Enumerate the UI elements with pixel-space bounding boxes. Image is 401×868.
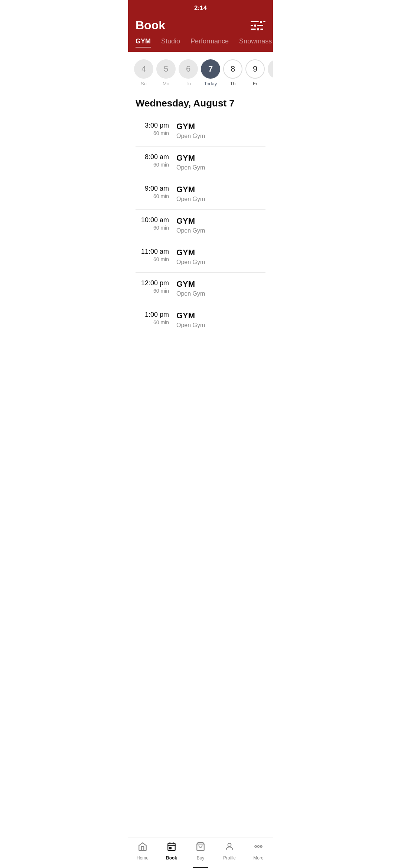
status-time: 2:14 xyxy=(194,4,207,12)
class-info-5: GYM Open Gym xyxy=(176,279,265,297)
more-icon xyxy=(254,842,263,854)
date-circle-7: 7 xyxy=(201,59,220,79)
category-tabs: GYM Studio Performance Snowmass xyxy=(128,32,273,52)
list-item[interactable]: 3:00 pm 60 min GYM Open Gym xyxy=(136,115,265,147)
class-info-1: GYM Open Gym xyxy=(176,153,265,171)
date-circle-4: 4 xyxy=(134,59,153,79)
date-item-sa[interactable]: 10 Sa xyxy=(268,59,273,86)
list-item[interactable]: 12:00 pm 60 min GYM Open Gym xyxy=(136,273,265,304)
date-selector: 4 Su 5 Mo 6 Tu 7 Today 8 Th 9 Fr 10 Sa xyxy=(128,52,273,90)
date-circle-10: 10 xyxy=(268,59,273,79)
date-label-tu: Tu xyxy=(186,81,191,86)
tab-performance[interactable]: Performance xyxy=(190,37,229,47)
nav-label-buy: Buy xyxy=(197,855,205,861)
list-item[interactable]: 9:00 am 60 min GYM Open Gym xyxy=(136,178,265,210)
nav-label-profile: Profile xyxy=(223,855,236,861)
date-item-mo[interactable]: 5 Mo xyxy=(156,59,176,86)
date-label-th: Th xyxy=(230,81,235,86)
date-item-fr[interactable]: 9 Fr xyxy=(245,59,265,86)
tab-snowmass[interactable]: Snowmass xyxy=(239,37,272,47)
date-item-tu[interactable]: 6 Tu xyxy=(179,59,198,86)
class-info-6: GYM Open Gym xyxy=(176,311,265,329)
tab-gym[interactable]: GYM xyxy=(136,37,151,47)
main-content: Wednesday, August 7 3:00 pm 60 min GYM O… xyxy=(128,90,273,335)
nav-item-home[interactable]: Home xyxy=(128,842,157,861)
class-time-5: 12:00 pm 60 min xyxy=(136,279,169,294)
filter-button[interactable] xyxy=(251,21,265,30)
date-circle-5: 5 xyxy=(156,59,176,79)
home-icon xyxy=(138,842,147,854)
class-time-2: 9:00 am 60 min xyxy=(136,185,169,199)
date-item-th[interactable]: 8 Th xyxy=(223,59,242,86)
svg-point-3 xyxy=(228,843,231,846)
list-item[interactable]: 8:00 am 60 min GYM Open Gym xyxy=(136,147,265,178)
bottom-nav: Home Book Buy Prof xyxy=(128,838,273,868)
class-list: 3:00 pm 60 min GYM Open Gym 8:00 am 60 m… xyxy=(136,115,265,335)
header: Book xyxy=(128,15,273,32)
nav-label-book: Book xyxy=(166,855,177,861)
class-info-4: GYM Open Gym xyxy=(176,248,265,266)
class-time-1: 8:00 am 60 min xyxy=(136,153,169,168)
svg-rect-1 xyxy=(170,847,171,849)
profile-icon xyxy=(225,842,234,854)
class-time-0: 3:00 pm 60 min xyxy=(136,122,169,136)
buy-icon xyxy=(196,842,205,854)
list-item[interactable]: 1:00 pm 60 min GYM Open Gym xyxy=(136,304,265,335)
date-circle-8: 8 xyxy=(223,59,242,79)
class-info-3: GYM Open Gym xyxy=(176,216,265,234)
section-date-heading: Wednesday, August 7 xyxy=(136,90,265,115)
date-label-mo: Mo xyxy=(163,81,169,86)
nav-item-book[interactable]: Book xyxy=(157,842,186,861)
nav-item-profile[interactable]: Profile xyxy=(215,842,244,861)
list-item[interactable]: 10:00 am 60 min GYM Open Gym xyxy=(136,210,265,241)
svg-point-4 xyxy=(255,846,256,847)
date-circle-6: 6 xyxy=(179,59,198,79)
class-time-6: 1:00 pm 60 min xyxy=(136,311,169,325)
nav-item-buy[interactable]: Buy xyxy=(186,842,215,861)
class-time-4: 11:00 am 60 min xyxy=(136,248,169,262)
book-icon xyxy=(167,842,176,854)
date-circle-9: 9 xyxy=(245,59,265,79)
date-item-su[interactable]: 4 Su xyxy=(134,59,153,86)
class-time-3: 10:00 am 60 min xyxy=(136,216,169,231)
date-item-today[interactable]: 7 Today xyxy=(201,59,220,86)
tab-studio[interactable]: Studio xyxy=(161,37,180,47)
svg-point-5 xyxy=(258,846,259,847)
page-title: Book xyxy=(136,19,165,32)
list-item[interactable]: 11:00 am 60 min GYM Open Gym xyxy=(136,241,265,273)
svg-rect-0 xyxy=(168,843,175,851)
date-label-fr: Fr xyxy=(253,81,257,86)
date-label-su: Su xyxy=(141,81,147,86)
class-info-0: GYM Open Gym xyxy=(176,122,265,139)
svg-point-6 xyxy=(260,846,262,847)
date-label-today: Today xyxy=(204,81,217,86)
nav-item-more[interactable]: More xyxy=(244,842,273,861)
nav-label-home: Home xyxy=(137,855,149,861)
nav-label-more: More xyxy=(253,855,263,861)
status-bar: 2:14 xyxy=(128,0,273,15)
class-info-2: GYM Open Gym xyxy=(176,185,265,203)
